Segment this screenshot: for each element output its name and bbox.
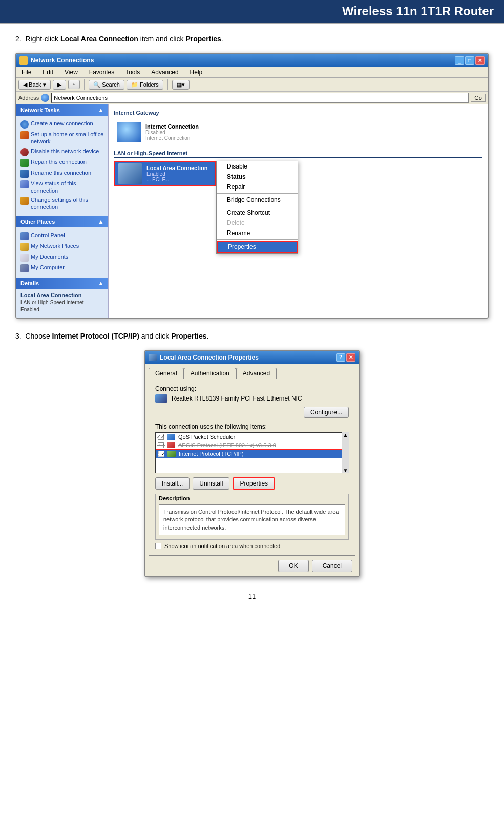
context-menu-status[interactable]: Status xyxy=(217,172,298,182)
up-button[interactable]: ↑ xyxy=(68,80,80,89)
sidebar-item-repair[interactable]: Repair this connection xyxy=(18,157,106,168)
lan-connection-item[interactable]: Local Area Connection Enabled ... PCI F.… xyxy=(114,161,216,186)
items-label: This connection uses the following items… xyxy=(155,423,349,430)
context-menu-rename[interactable]: Rename xyxy=(217,228,298,238)
show-icon-row: Show icon in notification area when conn… xyxy=(155,543,349,549)
my-computer-label: My Computer xyxy=(31,264,65,271)
internet-connection-item[interactable]: Internet Connection Disabled Internet Co… xyxy=(114,120,482,144)
tab-advanced[interactable]: Advanced xyxy=(236,368,277,379)
lan-connection-status: Enabled xyxy=(146,171,207,177)
dialog-close-button[interactable]: ✕ xyxy=(346,353,355,362)
context-menu-bridge[interactable]: Bridge Connections xyxy=(217,195,298,205)
collapse-icon[interactable]: ▲ xyxy=(98,107,104,114)
sidebar-item-control-panel[interactable]: Control Panel xyxy=(18,230,106,241)
menu-help[interactable]: Help xyxy=(187,68,206,76)
configure-button[interactable]: Configure... xyxy=(304,407,349,418)
sidebar-item-change-settings[interactable]: Change settings of this connection xyxy=(18,195,106,212)
addressbar: Address Go xyxy=(16,92,488,104)
qos-icon xyxy=(167,434,175,440)
sidebar-item-my-computer[interactable]: My Computer xyxy=(18,263,106,274)
install-uninstall-row: Install... Uninstall Properties xyxy=(155,477,349,490)
sidebar-item-disable-network[interactable]: Disable this network device xyxy=(18,146,106,157)
create-connection-label: Create a new connection xyxy=(31,120,93,127)
context-menu-disable[interactable]: Disable xyxy=(217,161,298,172)
internet-connection-icon xyxy=(117,122,141,142)
connect-using-label: Connect using: xyxy=(155,385,349,392)
views-button[interactable]: ▦▾ xyxy=(172,80,190,90)
qos-label: QoS Packet Scheduler xyxy=(178,434,235,440)
forward-button[interactable]: ▶ xyxy=(53,80,66,90)
context-menu-create-shortcut[interactable]: Create Shortcut xyxy=(217,207,298,218)
ok-button[interactable]: OK xyxy=(278,560,308,572)
details-title: Local Area Connection xyxy=(20,292,104,298)
maximize-button[interactable]: □ xyxy=(465,56,474,65)
scroll-up-arrow[interactable]: ▲ xyxy=(342,432,349,438)
nic-name: Realtek RTL8139 Family PCI Fast Ethernet… xyxy=(172,395,349,402)
window1-title: Network Connections xyxy=(31,57,94,64)
details-collapse-icon[interactable]: ▲ xyxy=(98,280,104,287)
list-item-qos[interactable]: ✓ QoS Packet Scheduler xyxy=(156,433,348,441)
aegis-checkbox[interactable]: ✓ xyxy=(158,442,164,448)
uninstall-button[interactable]: Uninstall xyxy=(193,477,229,490)
show-icon-checkbox[interactable] xyxy=(155,543,161,549)
folders-button[interactable]: 📁 Folders xyxy=(127,80,163,90)
rename-icon xyxy=(20,170,29,178)
other-places-collapse-icon[interactable]: ▲ xyxy=(98,218,104,225)
dialog-body: General Authentication Advanced Connect … xyxy=(145,364,359,576)
tcpip-checkbox[interactable]: ✓ xyxy=(158,451,164,457)
properties-button[interactable]: Properties xyxy=(233,477,275,490)
sidebar-item-my-documents[interactable]: My Documents xyxy=(18,252,106,263)
titlebar-icon xyxy=(19,56,28,65)
change-settings-icon xyxy=(20,197,29,205)
sidebar-item-network-places[interactable]: My Network Places xyxy=(18,241,106,252)
cancel-button[interactable]: Cancel xyxy=(312,560,352,572)
ok-cancel-row: OK Cancel xyxy=(145,556,359,576)
lan-connection-icon xyxy=(118,163,142,184)
menu-edit[interactable]: Edit xyxy=(39,68,56,76)
lan-connection-info: Local Area Connection Enabled ... PCI F.… xyxy=(146,165,207,182)
install-button[interactable]: Install... xyxy=(155,477,190,490)
sidebar-item-rename[interactable]: Rename this connection xyxy=(18,168,106,179)
my-computer-icon xyxy=(20,264,29,272)
repair-label: Repair this connection xyxy=(31,158,87,165)
tcpip-label: Internet Protocol (TCP/IP) xyxy=(179,451,244,457)
lan-connection-sub: ... PCI F... xyxy=(146,177,207,182)
menu-favorites[interactable]: Favorites xyxy=(86,68,117,76)
close-button[interactable]: ✕ xyxy=(475,56,485,65)
list-item-aegis[interactable]: ✓ AEGIS Protocol (IEEE 802.1x) v3.5.3.0 xyxy=(156,441,348,449)
back-button[interactable]: ◀ Back ▾ xyxy=(18,80,51,90)
internet-connection-status: Disabled xyxy=(145,130,199,135)
step3-bold1: Internet Protocol (TCP/IP) xyxy=(52,332,139,340)
setup-home-icon xyxy=(20,131,29,139)
menu-view[interactable]: View xyxy=(61,68,81,76)
my-documents-icon xyxy=(20,254,29,262)
titlebar-buttons: _ □ ✕ xyxy=(455,56,485,65)
address-icon xyxy=(41,94,49,102)
search-button[interactable]: 🔍 Search xyxy=(89,80,124,90)
scroll-down-arrow[interactable]: ▼ xyxy=(342,468,349,473)
menu-file[interactable]: File xyxy=(18,68,34,76)
list-item-tcpip[interactable]: ✓ Internet Protocol (TCP/IP) xyxy=(156,449,348,458)
sidebar-item-setup-home[interactable]: Set up a home or small office network xyxy=(18,130,106,146)
dialog-help-button[interactable]: ? xyxy=(336,353,345,362)
items-listbox[interactable]: ✓ QoS Packet Scheduler ✓ AEGIS Protocol … xyxy=(155,432,349,473)
disable-network-label: Disable this network device xyxy=(31,148,99,155)
address-input[interactable] xyxy=(51,93,469,103)
minimize-button[interactable]: _ xyxy=(455,56,464,65)
toolbar-sep1 xyxy=(84,79,85,90)
sidebar-item-create-connection[interactable]: Create a new connection xyxy=(18,119,106,130)
context-menu-properties[interactable]: Properties xyxy=(217,241,298,253)
control-panel-label: Control Panel xyxy=(31,232,65,239)
tab-general[interactable]: General xyxy=(149,368,184,379)
qos-checkbox[interactable]: ✓ xyxy=(158,434,164,440)
menu-advanced[interactable]: Advanced xyxy=(148,68,181,76)
network-tasks-section: Network Tasks ▲ Create a new connection … xyxy=(16,104,108,215)
go-button[interactable]: Go xyxy=(471,94,486,102)
context-menu-repair[interactable]: Repair xyxy=(217,182,298,192)
menu-tools[interactable]: Tools xyxy=(122,68,143,76)
tab-authentication[interactable]: Authentication xyxy=(184,368,236,379)
sidebar-item-view-status[interactable]: View status of this connection xyxy=(18,179,106,196)
aegis-label: AEGIS Protocol (IEEE 802.1x) v3.5.3.0 xyxy=(178,442,276,448)
tcpip-icon xyxy=(167,451,176,457)
listbox-scrollbar[interactable]: ▲ ▼ xyxy=(342,432,349,473)
